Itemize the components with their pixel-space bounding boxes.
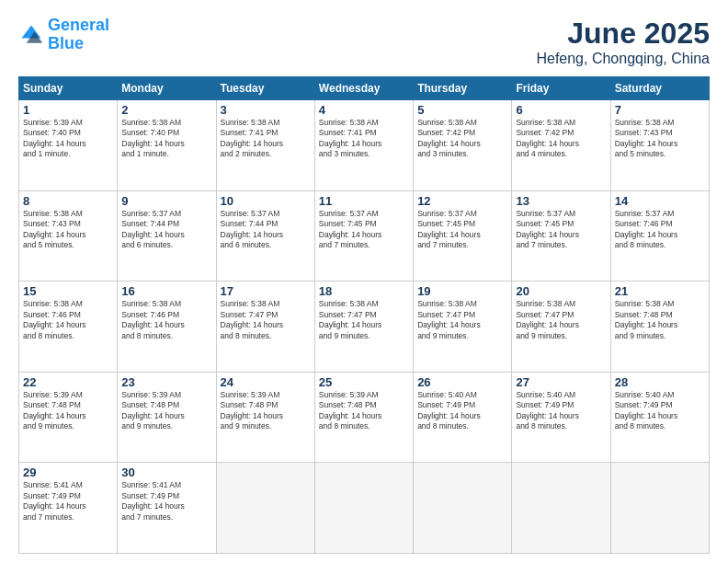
logo-text: GeneralBlue: [48, 17, 109, 53]
day-info: Sunrise: 5:38 AMSunset: 7:46 PMDaylight:…: [121, 299, 211, 341]
table-row: 6Sunrise: 5:38 AMSunset: 7:42 PMDaylight…: [512, 100, 610, 191]
table-row: 9Sunrise: 5:37 AMSunset: 7:44 PMDaylight…: [118, 190, 216, 282]
table-row: 24Sunrise: 5:39 AMSunset: 7:48 PMDayligh…: [216, 372, 314, 463]
day-info: Sunrise: 5:41 AMSunset: 7:49 PMDaylight:…: [121, 480, 211, 523]
day-info: Sunrise: 5:37 AMSunset: 7:45 PMDaylight:…: [319, 209, 409, 251]
table-row: 22Sunrise: 5:39 AMSunset: 7:48 PMDayligh…: [19, 372, 118, 463]
table-row: 8Sunrise: 5:38 AMSunset: 7:43 PMDaylight…: [19, 190, 118, 282]
day-info: Sunrise: 5:37 AMSunset: 7:44 PMDaylight:…: [221, 209, 311, 251]
header-sunday: Sunday: [19, 77, 118, 100]
day-info: Sunrise: 5:39 AMSunset: 7:40 PMDaylight:…: [23, 118, 113, 160]
table-row: [414, 463, 512, 554]
table-row: 17Sunrise: 5:38 AMSunset: 7:47 PMDayligh…: [216, 282, 314, 373]
table-row: 26Sunrise: 5:40 AMSunset: 7:49 PMDayligh…: [414, 372, 512, 463]
day-number: 5: [417, 103, 507, 117]
day-number: 27: [516, 375, 606, 389]
table-row: 4Sunrise: 5:38 AMSunset: 7:41 PMDaylight…: [314, 100, 413, 191]
day-number: 22: [23, 375, 113, 389]
day-number: 23: [121, 375, 211, 389]
logo-icon: [18, 22, 44, 48]
day-info: Sunrise: 5:38 AMSunset: 7:41 PMDaylight:…: [319, 118, 409, 160]
title-block: June 2025 Hefeng, Chongqing, China: [536, 17, 710, 67]
table-row: 29Sunrise: 5:41 AMSunset: 7:49 PMDayligh…: [19, 463, 118, 554]
table-row: [610, 463, 709, 554]
day-number: 15: [23, 284, 113, 298]
table-row: 14Sunrise: 5:37 AMSunset: 7:46 PMDayligh…: [610, 190, 709, 282]
table-row: 21Sunrise: 5:38 AMSunset: 7:48 PMDayligh…: [610, 282, 709, 373]
day-info: Sunrise: 5:39 AMSunset: 7:48 PMDaylight:…: [23, 390, 113, 432]
day-info: Sunrise: 5:38 AMSunset: 7:42 PMDaylight:…: [417, 118, 507, 160]
day-info: Sunrise: 5:38 AMSunset: 7:48 PMDaylight:…: [615, 299, 705, 341]
calendar-week-row: 22Sunrise: 5:39 AMSunset: 7:48 PMDayligh…: [19, 372, 710, 463]
table-row: 3Sunrise: 5:38 AMSunset: 7:41 PMDaylight…: [216, 100, 314, 191]
table-row: 13Sunrise: 5:37 AMSunset: 7:45 PMDayligh…: [512, 190, 610, 282]
day-info: Sunrise: 5:39 AMSunset: 7:48 PMDaylight:…: [319, 390, 409, 432]
day-number: 24: [221, 375, 311, 389]
day-number: 11: [319, 194, 409, 208]
day-number: 10: [221, 194, 311, 208]
table-row: [512, 463, 610, 554]
table-row: [216, 463, 314, 554]
day-info: Sunrise: 5:39 AMSunset: 7:48 PMDaylight:…: [221, 390, 311, 432]
day-number: 18: [319, 284, 409, 298]
header-tuesday: Tuesday: [216, 77, 314, 100]
table-row: 27Sunrise: 5:40 AMSunset: 7:49 PMDayligh…: [512, 372, 610, 463]
day-number: 13: [516, 194, 606, 208]
day-info: Sunrise: 5:37 AMSunset: 7:45 PMDaylight:…: [417, 209, 507, 251]
day-number: 21: [615, 284, 705, 298]
day-number: 14: [615, 194, 705, 208]
calendar-week-row: 15Sunrise: 5:38 AMSunset: 7:46 PMDayligh…: [19, 282, 710, 373]
table-row: 18Sunrise: 5:38 AMSunset: 7:47 PMDayligh…: [314, 282, 413, 373]
header: GeneralBlue June 2025 Hefeng, Chongqing,…: [18, 17, 710, 67]
header-wednesday: Wednesday: [314, 77, 413, 100]
table-row: [314, 463, 413, 554]
header-friday: Friday: [512, 77, 610, 100]
table-row: 15Sunrise: 5:38 AMSunset: 7:46 PMDayligh…: [19, 282, 118, 373]
day-info: Sunrise: 5:40 AMSunset: 7:49 PMDaylight:…: [516, 390, 606, 432]
calendar-title: June 2025: [536, 17, 710, 51]
calendar-week-row: 29Sunrise: 5:41 AMSunset: 7:49 PMDayligh…: [19, 463, 710, 554]
day-number: 25: [319, 375, 409, 389]
day-info: Sunrise: 5:38 AMSunset: 7:42 PMDaylight:…: [516, 118, 606, 160]
table-row: 23Sunrise: 5:39 AMSunset: 7:48 PMDayligh…: [118, 372, 216, 463]
day-info: Sunrise: 5:37 AMSunset: 7:45 PMDaylight:…: [516, 209, 606, 251]
table-row: 28Sunrise: 5:40 AMSunset: 7:49 PMDayligh…: [610, 372, 709, 463]
day-number: 28: [615, 375, 705, 389]
header-monday: Monday: [118, 77, 216, 100]
day-info: Sunrise: 5:38 AMSunset: 7:43 PMDaylight:…: [615, 118, 705, 160]
calendar-table: Sunday Monday Tuesday Wednesday Thursday…: [18, 76, 710, 554]
day-info: Sunrise: 5:40 AMSunset: 7:49 PMDaylight:…: [615, 390, 705, 432]
page: GeneralBlue June 2025 Hefeng, Chongqing,…: [0, 0, 728, 563]
table-row: 12Sunrise: 5:37 AMSunset: 7:45 PMDayligh…: [414, 190, 512, 282]
day-number: 6: [516, 103, 606, 117]
table-row: 10Sunrise: 5:37 AMSunset: 7:44 PMDayligh…: [216, 190, 314, 282]
table-row: 16Sunrise: 5:38 AMSunset: 7:46 PMDayligh…: [118, 282, 216, 373]
day-number: 7: [615, 103, 705, 117]
day-info: Sunrise: 5:39 AMSunset: 7:48 PMDaylight:…: [121, 390, 211, 432]
table-row: 20Sunrise: 5:38 AMSunset: 7:47 PMDayligh…: [512, 282, 610, 373]
day-number: 1: [23, 103, 113, 117]
calendar-subtitle: Hefeng, Chongqing, China: [536, 51, 710, 67]
day-number: 17: [221, 284, 311, 298]
table-row: 1Sunrise: 5:39 AMSunset: 7:40 PMDaylight…: [19, 100, 118, 191]
table-row: 30Sunrise: 5:41 AMSunset: 7:49 PMDayligh…: [118, 463, 216, 554]
table-row: 11Sunrise: 5:37 AMSunset: 7:45 PMDayligh…: [314, 190, 413, 282]
day-number: 29: [23, 465, 113, 479]
day-info: Sunrise: 5:40 AMSunset: 7:49 PMDaylight:…: [417, 390, 507, 432]
day-info: Sunrise: 5:41 AMSunset: 7:49 PMDaylight:…: [23, 480, 113, 523]
calendar-week-row: 1Sunrise: 5:39 AMSunset: 7:40 PMDaylight…: [19, 100, 710, 191]
day-info: Sunrise: 5:38 AMSunset: 7:40 PMDaylight:…: [121, 118, 211, 160]
day-info: Sunrise: 5:38 AMSunset: 7:47 PMDaylight:…: [516, 299, 606, 341]
day-number: 4: [319, 103, 409, 117]
table-row: 25Sunrise: 5:39 AMSunset: 7:48 PMDayligh…: [314, 372, 413, 463]
day-info: Sunrise: 5:38 AMSunset: 7:41 PMDaylight:…: [221, 118, 311, 160]
logo: GeneralBlue: [18, 17, 109, 53]
day-info: Sunrise: 5:38 AMSunset: 7:47 PMDaylight:…: [417, 299, 507, 341]
table-row: 19Sunrise: 5:38 AMSunset: 7:47 PMDayligh…: [414, 282, 512, 373]
day-number: 12: [417, 194, 507, 208]
day-number: 20: [516, 284, 606, 298]
day-info: Sunrise: 5:38 AMSunset: 7:46 PMDaylight:…: [23, 299, 113, 341]
day-number: 30: [121, 465, 211, 479]
day-info: Sunrise: 5:37 AMSunset: 7:46 PMDaylight:…: [615, 209, 705, 251]
header-thursday: Thursday: [414, 77, 512, 100]
